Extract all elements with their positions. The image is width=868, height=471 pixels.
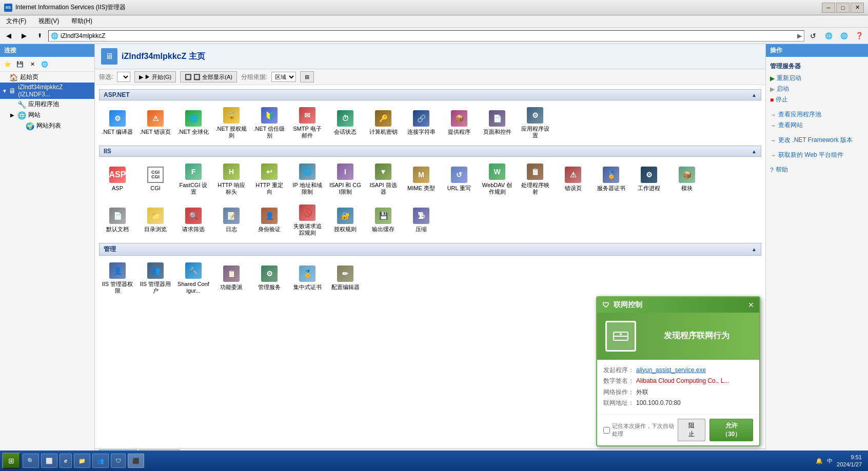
icon-central-cert[interactable]: 🏅 集中式证书 xyxy=(289,260,326,297)
up-button[interactable]: ⬆ xyxy=(33,30,46,42)
icon-session[interactable]: ⏱ 会话状态 xyxy=(327,105,364,141)
notif-allow-button[interactable]: 允许（30） xyxy=(709,419,753,441)
notif-deny-button[interactable]: 阻止 xyxy=(678,419,705,441)
right-link-restart[interactable]: ▶ 重新启动 xyxy=(770,73,864,84)
sidebar-btn2[interactable]: 💾 xyxy=(14,59,26,69)
icon-output-cache[interactable]: 💾 输出缓存 xyxy=(365,202,402,239)
icon-iis-mgr-user[interactable]: 👥 IIS 管理器用户 xyxy=(137,260,174,297)
icon-providers[interactable]: 📦 提供程序 xyxy=(441,105,478,141)
right-link-web-platform[interactable]: → 获取新的 Web 平台组件 xyxy=(770,150,864,160)
address-input[interactable] xyxy=(61,32,795,39)
right-link-website[interactable]: → 查看网站 xyxy=(770,120,864,131)
icon-handler[interactable]: 📋 处理程序映射 xyxy=(517,161,554,198)
sidebar-item-startpage[interactable]: 🏠 起始页 xyxy=(0,72,94,83)
icon-machinekey[interactable]: 🔑 计算机密钥 xyxy=(365,105,402,141)
icon-modules[interactable]: 📦 模块 xyxy=(668,161,705,198)
icon-ip-domain[interactable]: 🌐 IP 地址和域限制 xyxy=(289,161,326,198)
icon-errorpages[interactable]: ⚠ 错误页 xyxy=(555,161,591,198)
icon-http-resp[interactable]: H HTTP 响应标头 xyxy=(213,161,250,198)
taskbar-ie[interactable]: e xyxy=(60,454,72,468)
icon-authz[interactable]: 🔐 授权规则 xyxy=(327,202,364,239)
back-button[interactable]: ◀ xyxy=(2,30,15,42)
notif-remember-area: 记住本次操作，下次自动处理 xyxy=(603,422,678,438)
right-link-apppool[interactable]: → 查看应用程序池 xyxy=(770,109,864,120)
sidebar-btn1[interactable]: ⭐ xyxy=(2,59,13,69)
icon-compress[interactable]: 🗜 压缩 xyxy=(403,202,440,239)
icon-workerproc[interactable]: ⚙ 工作进程 xyxy=(630,161,667,198)
right-link-start[interactable]: ▶ 启动 xyxy=(770,84,864,94)
close-button[interactable]: ✕ xyxy=(851,3,864,13)
icon-req-filter[interactable]: 🔍 请求筛选 xyxy=(175,202,212,239)
taskbar-defender[interactable]: 🛡 xyxy=(111,454,126,468)
right-link-help[interactable]: ? 帮助 xyxy=(770,165,864,175)
start-button[interactable]: ⊞ xyxy=(2,453,21,469)
filter-select[interactable] xyxy=(117,72,130,82)
icon-feature-deleg[interactable]: 📋 功能委派 xyxy=(213,260,250,297)
icon-mgr-service[interactable]: ⚙ 管理服务 xyxy=(251,260,288,297)
icon-smtp[interactable]: ✉ SMTP 电子邮件 xyxy=(289,105,326,141)
sidebar-item-server[interactable]: ▼ 🖥 iZlndf34mlpkkcZ (IZLNDF3... xyxy=(0,83,94,99)
iis-icon1[interactable]: 🌐 xyxy=(822,30,835,42)
icon-authen[interactable]: 👤 身份验证 xyxy=(251,202,288,239)
icon-net-compiler[interactable]: ⚙ .NET 编译器 xyxy=(99,105,136,141)
iis-icon2[interactable]: 🌐 xyxy=(837,30,851,42)
taskbar-people[interactable]: 👥 xyxy=(92,454,109,468)
icon-net-trust[interactable]: 🔰 .NET 信任级别 xyxy=(251,105,288,141)
icon-isapi-cgi[interactable]: I ISAPI 和 CGI限制 xyxy=(327,161,364,198)
menu-help[interactable]: 帮助(H) xyxy=(69,16,94,27)
menu-view[interactable]: 视图(V) xyxy=(36,16,61,27)
icon-appsettings[interactable]: ⚙ 应用程序设置 xyxy=(517,105,554,141)
notif-close-button[interactable]: ✕ xyxy=(748,301,754,309)
icon-cfg-editor[interactable]: ✏ 配置编辑器 xyxy=(327,260,364,297)
section-manage-toggle[interactable]: ▲ xyxy=(752,247,757,252)
icon-http-redir[interactable]: ↩ HTTP 重定向 xyxy=(251,161,288,198)
start-icon: ▶ xyxy=(139,74,143,80)
icon-servercert[interactable]: 🏅 服务器证书 xyxy=(593,161,629,198)
taskbar-clock[interactable]: 9:51 2024/1/27 xyxy=(837,454,862,468)
sidebar-item-website[interactable]: ▶ 🌐 网站 xyxy=(8,110,94,120)
section-aspnet-toggle[interactable]: ▲ xyxy=(752,92,757,98)
sidebar-btn3[interactable]: ✕ xyxy=(27,59,38,69)
icon-isapi-filter[interactable]: ▼ ISAPI 筛选器 xyxy=(365,161,402,198)
icon-default-doc[interactable]: 📄 默认文档 xyxy=(99,202,136,239)
right-link-stop[interactable]: ■ 停止 xyxy=(770,94,864,105)
filter-showall-btn[interactable]: 🔲 🔲 全部显示(A) xyxy=(180,71,237,83)
help-button[interactable]: ❓ xyxy=(853,30,866,42)
forward-button[interactable]: ▶ xyxy=(17,30,31,42)
icon-asp[interactable]: ASP ASP xyxy=(99,161,136,198)
notif-process-value[interactable]: aliyun_assist_service.exe xyxy=(636,365,706,376)
icon-pages[interactable]: 📄 页面和控件 xyxy=(479,105,516,141)
icon-url[interactable]: ↺ URL 重写 xyxy=(441,161,478,198)
view-btn[interactable]: ⊞ xyxy=(300,71,314,83)
icon-iis-mgr-perm[interactable]: 👤 IIS 管理器权限 xyxy=(99,260,136,297)
icon-net-errors[interactable]: ⚠ .NET 错误页 xyxy=(137,105,174,141)
group-select[interactable]: 区域 xyxy=(271,72,296,82)
sidebar-item-sitelist[interactable]: 🌍 网站列表 xyxy=(16,120,94,131)
icon-mime[interactable]: M MIME 类型 xyxy=(403,161,440,198)
icon-net-auth[interactable]: 🔒 .NET 授权规则 xyxy=(213,105,250,141)
icon-cgi[interactable]: CGICGI CGI xyxy=(137,161,174,198)
taskbar-search[interactable]: 🔍 xyxy=(23,454,39,468)
icon-net-global[interactable]: 🌐 .NET 全球化 xyxy=(175,105,212,141)
minimize-button[interactable]: ─ xyxy=(822,3,835,13)
icon-fastcgi[interactable]: F FastCGI 设置 xyxy=(175,161,212,198)
maximize-button[interactable]: □ xyxy=(836,3,850,13)
clock-time: 9:51 xyxy=(837,454,862,461)
taskbar-folder[interactable]: 📁 xyxy=(74,454,90,468)
refresh-button[interactable]: ↺ xyxy=(806,30,820,42)
section-iis-toggle[interactable]: ▲ xyxy=(752,149,757,154)
icon-shared-config[interactable]: 🔧 Shared Configur... xyxy=(175,260,212,297)
menu-file[interactable]: 文件(F) xyxy=(4,16,28,27)
right-link-framework[interactable]: → 更改 .NET Framework 版本 xyxy=(770,135,864,146)
icon-dir-browse[interactable]: 📁 目录浏览 xyxy=(137,202,174,239)
taskbar-terminal[interactable]: ⬛ xyxy=(128,454,144,468)
filter-start-btn[interactable]: ▶ ▶ 开始(G) xyxy=(134,71,176,83)
taskbar-task-view[interactable]: ⬜ xyxy=(41,454,57,468)
icon-logging[interactable]: 📝 日志 xyxy=(213,202,250,239)
icon-connstrings[interactable]: 🔗 连接字符串 xyxy=(403,105,440,141)
icon-webdav[interactable]: W WebDAV 创作规则 xyxy=(479,161,516,198)
icon-failreq[interactable]: 🚫 失败请求追踪规则 xyxy=(289,202,326,239)
sidebar-btn4[interactable]: 🌐 xyxy=(39,59,50,69)
sidebar-item-apppool[interactable]: 🔧 应用程序池 xyxy=(8,99,94,110)
notif-remember-checkbox[interactable] xyxy=(603,427,610,434)
